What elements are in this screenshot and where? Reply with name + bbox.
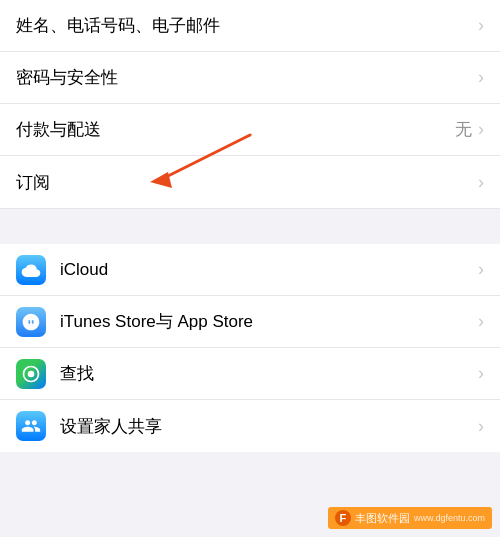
chevron-icon-subscription: ›: [478, 172, 484, 193]
watermark-url: www.dgfentu.com: [414, 513, 485, 523]
setting-label-profile: 姓名、电话号码、电子邮件: [16, 14, 478, 37]
setting-item-profile[interactable]: 姓名、电话号码、电子邮件 ›: [0, 0, 500, 52]
bottom-settings-section: iCloud › iTunes Store与 App Store ›: [0, 244, 500, 452]
chevron-icon-family: ›: [478, 416, 484, 437]
setting-item-subscription[interactable]: 订阅 ›: [0, 156, 500, 208]
setting-item-password[interactable]: 密码与安全性 ›: [0, 52, 500, 104]
watermark: F 丰图软件园 www.dgfentu.com: [328, 507, 492, 529]
chevron-icon-password: ›: [478, 67, 484, 88]
find-icon: [16, 359, 46, 389]
setting-label-appstore: iTunes Store与 App Store: [60, 310, 478, 333]
setting-label-family: 设置家人共享: [60, 415, 478, 438]
setting-item-appstore[interactable]: iTunes Store与 App Store ›: [0, 296, 500, 348]
appstore-icon: [16, 307, 46, 337]
setting-label-subscription: 订阅: [16, 171, 478, 194]
chevron-icon-appstore: ›: [478, 311, 484, 332]
setting-item-family[interactable]: 设置家人共享 ›: [0, 400, 500, 452]
setting-item-payment[interactable]: 付款与配送 无 ›: [0, 104, 500, 156]
watermark-text: 丰图软件园: [355, 511, 410, 526]
section-divider: [0, 209, 500, 244]
setting-value-payment: 无: [455, 118, 472, 141]
setting-item-find[interactable]: 查找 ›: [0, 348, 500, 400]
setting-label-payment: 付款与配送: [16, 118, 455, 141]
chevron-icon-payment: ›: [478, 119, 484, 140]
svg-point-4: [30, 373, 32, 375]
chevron-icon-find: ›: [478, 363, 484, 384]
watermark-logo: F: [335, 510, 351, 526]
chevron-icon-profile: ›: [478, 15, 484, 36]
setting-label-icloud: iCloud: [60, 260, 478, 280]
family-sharing-icon: [16, 411, 46, 441]
chevron-icon-icloud: ›: [478, 259, 484, 280]
top-settings-section: 姓名、电话号码、电子邮件 › 密码与安全性 › 付款与配送 无 › 订阅 ›: [0, 0, 500, 209]
icloud-icon: [16, 255, 46, 285]
setting-label-find: 查找: [60, 362, 478, 385]
setting-item-icloud[interactable]: iCloud ›: [0, 244, 500, 296]
setting-label-password: 密码与安全性: [16, 66, 478, 89]
